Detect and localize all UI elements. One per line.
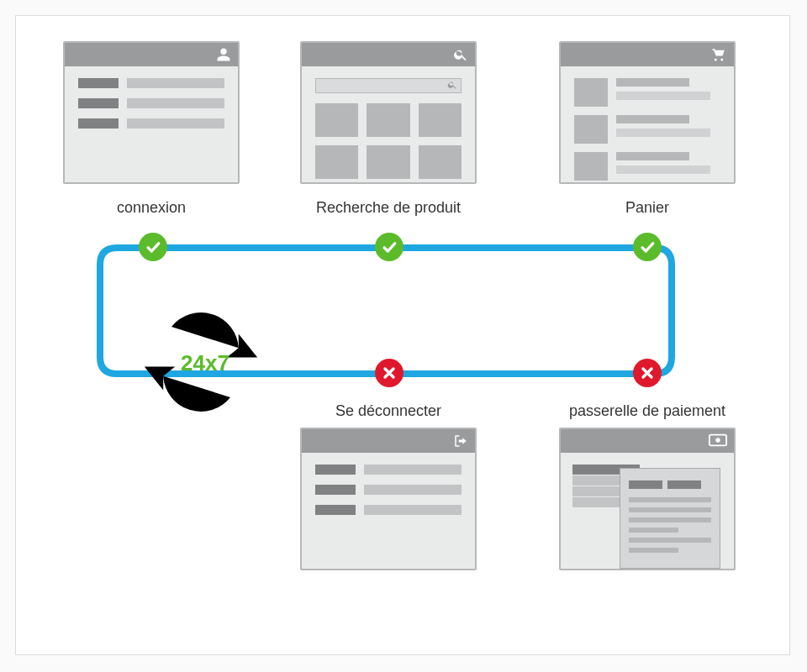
result-grid bbox=[315, 103, 462, 179]
cart-card bbox=[559, 41, 736, 184]
search-label: Recherche de produit bbox=[300, 199, 477, 217]
search-icon bbox=[453, 47, 468, 62]
payment-titlebar bbox=[561, 429, 734, 453]
cart-icon bbox=[710, 47, 727, 62]
check-icon bbox=[145, 239, 161, 255]
search-titlebar bbox=[302, 43, 475, 66]
payment-doc-mock bbox=[620, 468, 720, 569]
login-card bbox=[63, 41, 240, 184]
check-icon bbox=[381, 239, 398, 255]
login-label: connexion bbox=[63, 199, 240, 217]
logout-card bbox=[300, 428, 477, 570]
signout-icon bbox=[453, 433, 468, 449]
cart-titlebar bbox=[561, 43, 734, 66]
cart-label: Panier bbox=[559, 199, 736, 217]
payment-card bbox=[559, 428, 736, 570]
search-card bbox=[300, 41, 477, 184]
check-icon bbox=[639, 239, 656, 255]
money-icon bbox=[709, 433, 727, 447]
logout-titlebar bbox=[302, 429, 475, 453]
search-status-badge bbox=[375, 233, 404, 261]
login-status-badge bbox=[139, 233, 167, 261]
search-field-mock bbox=[315, 78, 462, 93]
magnifier-icon bbox=[447, 80, 457, 90]
payment-label: passerelle de paiement bbox=[542, 402, 752, 420]
cycle-label: 24x7 bbox=[181, 350, 229, 376]
diagram-canvas: connexion Recherche de produit Panier 24… bbox=[15, 15, 790, 655]
login-titlebar bbox=[65, 43, 238, 66]
svg-point-5 bbox=[715, 438, 720, 443]
logout-label: Se déconnecter bbox=[300, 402, 477, 420]
logout-status-badge bbox=[375, 359, 404, 387]
cart-status-badge bbox=[633, 233, 662, 261]
user-icon bbox=[216, 47, 231, 62]
x-icon bbox=[639, 365, 656, 381]
payment-status-badge bbox=[633, 359, 662, 387]
x-icon bbox=[381, 365, 398, 381]
